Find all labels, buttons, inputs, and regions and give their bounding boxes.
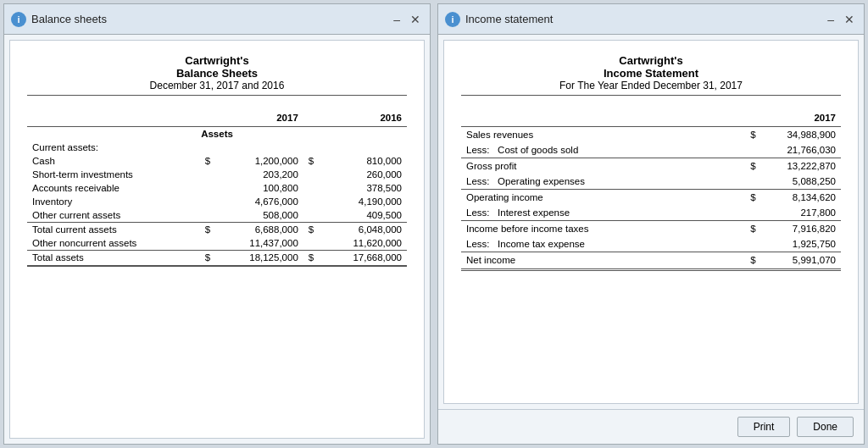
is-col-label	[461, 109, 681, 127]
row-val: 1,925,750	[761, 236, 841, 252]
row-2016: $810,000	[303, 154, 407, 168]
row-2016: 11,620,000	[303, 236, 407, 251]
row-dollar	[681, 142, 760, 158]
is-close-button[interactable]: ✕	[842, 13, 857, 26]
table-row: Net income $ 5,991,070	[461, 252, 841, 270]
row-label: Income before income taxes	[461, 221, 681, 237]
info-icon: i	[11, 12, 26, 27]
row-2017: $1,200,000	[200, 154, 303, 168]
balance-sheet-body: Cartwright's Balance Sheets December 31,…	[9, 40, 425, 439]
bs-header: Cartwright's Balance Sheets December 31,…	[27, 54, 407, 96]
row-val: 13,222,870	[761, 158, 841, 174]
row-label: Inventory	[27, 195, 200, 208]
is-col-2017: 2017	[761, 109, 841, 127]
bs-table: 2017 2016 Assets Current assets: Cash $1…	[27, 109, 407, 267]
table-row: Less: Cost of goods sold 21,766,030	[461, 142, 841, 158]
row-val: 8,134,620	[761, 190, 841, 206]
row-label: Total assets	[27, 251, 200, 267]
row-dollar	[681, 174, 760, 190]
income-statement-title: Income statement	[465, 13, 820, 25]
row-label: Less: Interest expense	[461, 205, 681, 221]
is-bottom-bar: Print Done	[438, 409, 864, 444]
table-row: Total assets $18,125,000 $17,668,000	[27, 251, 407, 267]
bs-col-2016: 2016	[303, 109, 407, 127]
balance-sheet-title: Balance sheets	[31, 13, 386, 25]
table-row: Sales revenues $ 34,988,900	[461, 127, 841, 143]
income-statement-title-bar: i Income statement – ✕	[438, 4, 864, 35]
row-dollar: $	[681, 190, 760, 206]
row-label: Less: Income tax expense	[461, 236, 681, 252]
bs-doc-title: Balance Sheets	[27, 67, 407, 80]
row-label: Cash	[27, 154, 200, 168]
row-2016: 409,500	[303, 208, 407, 223]
row-label: Other current assets	[27, 208, 200, 223]
row-2016: 4,190,000	[303, 195, 407, 208]
balance-sheet-title-bar: i Balance sheets – ✕	[4, 4, 430, 35]
is-col-dollar	[681, 109, 760, 127]
is-company-name: Cartwright's	[461, 54, 841, 67]
row-dollar: $	[681, 221, 760, 237]
row-2017: 100,800	[200, 181, 303, 195]
row-dollar	[681, 205, 760, 221]
done-button[interactable]: Done	[797, 417, 854, 437]
bs-company-name: Cartwright's	[27, 54, 407, 67]
row-label: Other noncurrent assets	[27, 236, 200, 251]
row-label: Total current assets	[27, 223, 200, 237]
is-minimize-button[interactable]: –	[825, 13, 837, 26]
row-dollar: $	[681, 158, 760, 174]
row-label: Short-term investments	[27, 168, 200, 181]
table-row: Gross profit $ 13,222,870	[461, 158, 841, 174]
table-row: Short-term investments 203,200 260,000	[27, 168, 407, 181]
row-2016: 260,000	[303, 168, 407, 181]
row-2017: 11,437,000	[200, 236, 303, 251]
bs-doc-subtitle: December 31, 2017 and 2016	[27, 80, 407, 96]
table-row: Other current assets 508,000 409,500	[27, 208, 407, 223]
row-dollar: $	[681, 252, 760, 270]
bs-col-label	[27, 109, 200, 127]
row-val: 217,800	[761, 205, 841, 221]
table-row: Less: Income tax expense 1,925,750	[461, 236, 841, 252]
table-row: Income before income taxes $ 7,916,820	[461, 221, 841, 237]
row-label: Less: Operating expenses	[461, 174, 681, 190]
row-label: Gross profit	[461, 158, 681, 174]
table-row: Operating income $ 8,134,620	[461, 190, 841, 206]
row-label: Operating income	[461, 190, 681, 206]
table-row: Less: Interest expense 217,800	[461, 205, 841, 221]
table-row: Accounts receivable 100,800 378,500	[27, 181, 407, 195]
row-label: Less: Cost of goods sold	[461, 142, 681, 158]
row-val: 34,988,900	[761, 127, 841, 143]
is-table: 2017 Sales revenues $ 34,988,900 Less: C…	[461, 109, 841, 271]
row-2016: $17,668,000	[303, 251, 407, 267]
row-dollar: $	[681, 127, 760, 143]
row-val: 21,766,030	[761, 142, 841, 158]
row-label: Accounts receivable	[27, 181, 200, 195]
income-statement-body: Cartwright's Income Statement For The Ye…	[443, 40, 859, 404]
close-button[interactable]: ✕	[408, 13, 423, 26]
row-2017: $6,688,000	[200, 223, 303, 237]
row-dollar	[681, 236, 760, 252]
is-header: Cartwright's Income Statement For The Ye…	[461, 54, 841, 96]
print-button[interactable]: Print	[737, 417, 791, 437]
row-val: 5,991,070	[761, 252, 841, 270]
row-2017: 4,676,000	[200, 195, 303, 208]
income-statement-window: i Income statement – ✕ Cartwright's Inco…	[437, 3, 865, 445]
row-2017: 508,000	[200, 208, 303, 223]
minimize-button[interactable]: –	[391, 13, 403, 26]
bs-assets-header: Assets	[27, 127, 407, 141]
row-2016: $6,048,000	[303, 223, 407, 237]
is-doc-title: Income Statement	[461, 67, 841, 80]
table-row: Total current assets $6,688,000 $6,048,0…	[27, 223, 407, 237]
balance-sheet-window: i Balance sheets – ✕ Cartwright's Balanc…	[3, 3, 431, 445]
is-doc-subtitle: For The Year Ended December 31, 2017	[461, 80, 841, 96]
row-2017: 203,200	[200, 168, 303, 181]
table-row: Other noncurrent assets 11,437,000 11,62…	[27, 236, 407, 251]
row-2017: $18,125,000	[200, 251, 303, 267]
is-window-controls: – ✕	[825, 13, 857, 26]
window-controls: – ✕	[391, 13, 423, 26]
table-row: Less: Operating expenses 5,088,250	[461, 174, 841, 190]
row-val: 5,088,250	[761, 174, 841, 190]
row-2016: 378,500	[303, 181, 407, 195]
bs-col-2017: 2017	[200, 109, 303, 127]
table-row: Inventory 4,676,000 4,190,000	[27, 195, 407, 208]
row-label: Net income	[461, 252, 681, 270]
